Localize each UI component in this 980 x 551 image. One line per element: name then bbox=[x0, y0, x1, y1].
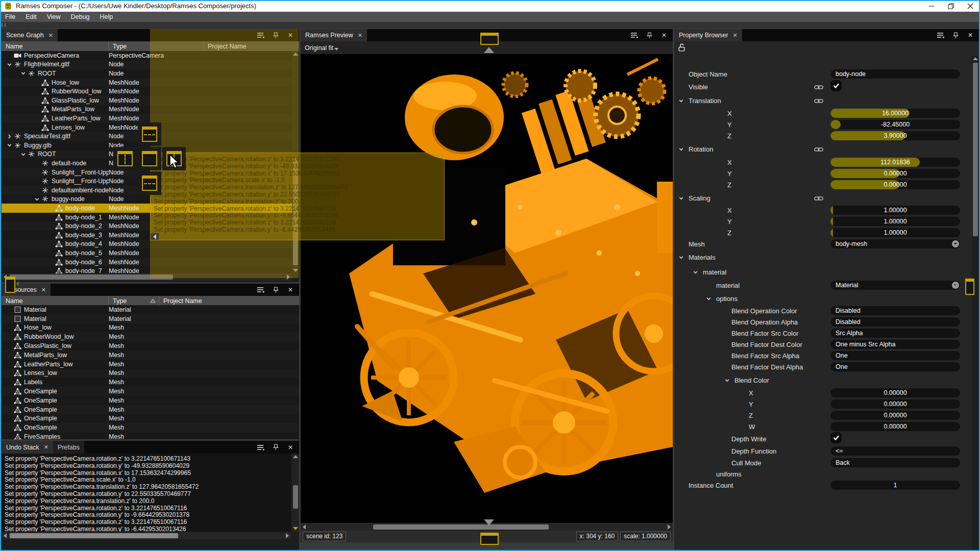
panel-menu-icon[interactable] bbox=[630, 32, 639, 39]
undo-vscrollbar[interactable] bbox=[292, 454, 299, 532]
zoom-mode-dropdown[interactable]: Original fit bbox=[305, 44, 333, 52]
dock-top-indicator[interactable] bbox=[142, 127, 157, 142]
scrollbar-thumb[interactable] bbox=[293, 485, 298, 509]
pin-icon[interactable] bbox=[645, 32, 653, 39]
pin-icon[interactable] bbox=[951, 32, 960, 39]
minimize-button[interactable] bbox=[922, 0, 941, 12]
input-object-name[interactable]: body-node bbox=[830, 69, 960, 79]
slider-y[interactable]: 1.00000 bbox=[830, 217, 960, 226]
dropdown-mesh[interactable]: body-mesh bbox=[830, 239, 960, 248]
maximize-button[interactable] bbox=[941, 0, 961, 12]
chevron-down-icon[interactable] bbox=[678, 195, 685, 201]
panel-menu-icon[interactable] bbox=[937, 32, 945, 39]
panel-menu-icon[interactable] bbox=[257, 286, 265, 294]
tab-undo-stack[interactable]: Undo Stack✕ bbox=[2, 441, 53, 454]
expander-open-icon[interactable] bbox=[6, 142, 13, 149]
chevron-down-icon[interactable] bbox=[678, 97, 685, 104]
slider-y[interactable]: 0.00000 bbox=[830, 399, 960, 409]
list-row-material[interactable]: MaterialMaterial bbox=[2, 314, 299, 323]
scrollbar-thumb[interactable] bbox=[10, 274, 173, 280]
list-row-lenses-low[interactable]: Lenses_lowMesh bbox=[2, 369, 299, 378]
checkbox-depth-write[interactable] bbox=[830, 432, 842, 443]
chevron-down-icon[interactable] bbox=[724, 377, 731, 383]
tab-close-icon[interactable]: ✕ bbox=[41, 287, 46, 293]
chevron-down-icon[interactable] bbox=[678, 254, 685, 260]
dock-center-indicator[interactable] bbox=[142, 151, 157, 166]
list-row-onesample[interactable]: OneSampleMesh bbox=[2, 396, 299, 405]
panel-menu-icon[interactable] bbox=[257, 443, 265, 451]
menu-item-edit[interactable]: Edit bbox=[20, 12, 42, 22]
slider-x[interactable]: 112.01836 bbox=[830, 158, 960, 167]
link-icon[interactable] bbox=[814, 83, 824, 90]
tab-ramses-preview[interactable]: Ramses Preview✕ bbox=[301, 29, 367, 41]
enum-blend-factor-src-color[interactable]: Src Alpha bbox=[830, 329, 960, 338]
slider-z[interactable]: 0.00000 bbox=[830, 411, 960, 420]
scroll-left-icon[interactable] bbox=[2, 533, 9, 539]
tab-property-browser[interactable]: Property Browser✕ bbox=[674, 29, 742, 41]
link-icon[interactable] bbox=[814, 194, 824, 202]
slider-x[interactable]: 16.00000 bbox=[830, 109, 960, 118]
chevron-down-icon[interactable] bbox=[678, 146, 685, 152]
slider-x[interactable]: 1.00000 bbox=[830, 206, 960, 215]
slider-w[interactable]: 0.00000 bbox=[830, 422, 960, 431]
link-icon[interactable] bbox=[814, 97, 824, 104]
slider-x[interactable]: 0.00000 bbox=[830, 388, 960, 397]
list-row-hose-low[interactable]: Hose_lowMesh bbox=[2, 323, 299, 333]
list-row-onesample[interactable]: OneSampleMesh bbox=[2, 405, 299, 414]
slider-y[interactable]: 0.00000 bbox=[830, 169, 960, 178]
column-header-project[interactable]: Project Name bbox=[159, 296, 299, 306]
list-row-onesample[interactable]: OneSampleMesh bbox=[2, 414, 299, 423]
dock-bottom-edge-indicator[interactable] bbox=[480, 533, 499, 545]
dock-left-edge-indicator[interactable] bbox=[5, 277, 15, 293]
tab-scene-graph[interactable]: Scene Graph✕ bbox=[2, 29, 58, 41]
chevron-down-icon[interactable] bbox=[706, 295, 713, 302]
tab-close-icon[interactable]: ✕ bbox=[358, 32, 362, 39]
chevron-down-icon[interactable] bbox=[693, 269, 700, 275]
pin-icon[interactable] bbox=[272, 443, 280, 451]
property-vscrollbar[interactable] bbox=[972, 56, 979, 550]
list-row-onesample[interactable]: OneSampleMesh bbox=[2, 387, 299, 396]
enum-blend-operation-alpha[interactable]: Disabled bbox=[830, 317, 960, 327]
panel-close-icon[interactable]: ✕ bbox=[660, 32, 668, 39]
list-row-labels[interactable]: LabelsMesh bbox=[2, 378, 299, 387]
list-row-metalparts-low[interactable]: MetalParts_lowMesh bbox=[2, 350, 299, 360]
pin-icon[interactable] bbox=[272, 286, 280, 294]
toolbar-grip-icon[interactable] bbox=[2, 23, 6, 27]
undo-hscrollbar[interactable] bbox=[2, 532, 291, 539]
scroll-right-icon[interactable] bbox=[666, 524, 673, 530]
dock-left-indicator[interactable] bbox=[117, 151, 133, 166]
menu-item-help[interactable]: Help bbox=[94, 12, 118, 22]
slider-z[interactable]: 3.90000 bbox=[830, 131, 960, 140]
tab-close-icon[interactable]: ✕ bbox=[44, 444, 48, 450]
link-icon[interactable] bbox=[814, 145, 824, 153]
expander-open-icon[interactable] bbox=[6, 61, 13, 68]
tab-close-icon[interactable]: ✕ bbox=[733, 32, 738, 39]
dropdown-arrow-icon[interactable] bbox=[952, 240, 959, 247]
column-header-name[interactable]: Name bbox=[2, 296, 109, 306]
slider-instance-count[interactable]: 1 bbox=[830, 481, 960, 490]
expander-open-icon[interactable] bbox=[19, 70, 27, 77]
dropdown-material[interactable]: Material bbox=[830, 281, 960, 290]
scrollbar-thumb[interactable] bbox=[373, 524, 549, 530]
scroll-left-icon[interactable] bbox=[301, 524, 308, 530]
scroll-up-icon[interactable] bbox=[292, 454, 299, 460]
enum-depth-function[interactable]: <= bbox=[830, 446, 960, 456]
expander-closed-icon[interactable] bbox=[6, 133, 13, 140]
tab-close-icon[interactable]: ✕ bbox=[48, 32, 53, 39]
menu-item-file[interactable]: File bbox=[0, 12, 20, 22]
preview-viewport[interactable] bbox=[301, 54, 673, 523]
expander-open-icon[interactable] bbox=[19, 151, 27, 158]
column-header-name[interactable]: Name bbox=[2, 41, 109, 51]
dock-top-edge-indicator[interactable] bbox=[480, 33, 499, 45]
close-button[interactable] bbox=[961, 0, 980, 12]
scroll-down-icon[interactable] bbox=[292, 525, 299, 532]
column-header-type[interactable]: Type bbox=[109, 296, 159, 306]
menu-item-view[interactable]: View bbox=[42, 12, 66, 22]
dock-bottom-indicator[interactable] bbox=[142, 176, 157, 191]
slider-z[interactable]: 0.00000 bbox=[830, 180, 960, 189]
panel-close-icon[interactable]: ✕ bbox=[286, 443, 295, 451]
list-row-material[interactable]: MaterialMaterial bbox=[2, 305, 299, 314]
list-row-leatherparts-low[interactable]: LeatherParts_lowMesh bbox=[2, 360, 299, 369]
list-row-onesample[interactable]: OneSampleMesh bbox=[2, 423, 299, 432]
panel-close-icon[interactable]: ✕ bbox=[966, 32, 974, 39]
